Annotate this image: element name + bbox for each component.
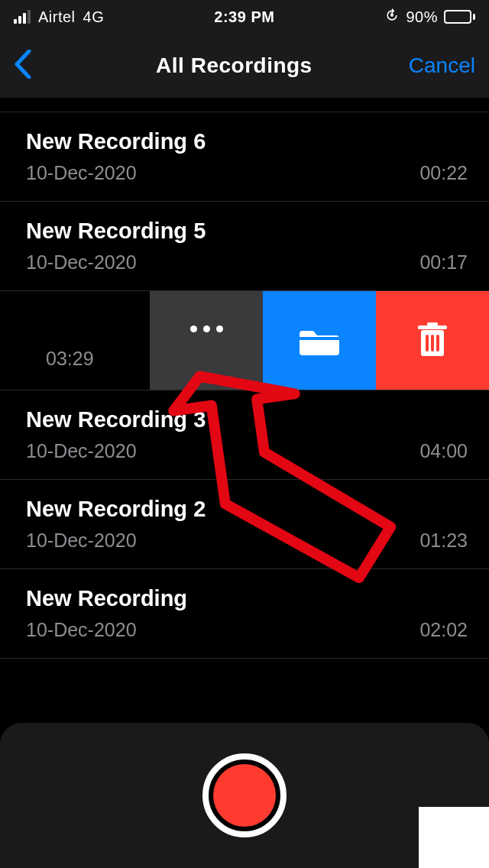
folder-icon: [300, 325, 339, 357]
recording-date: 10-Dec-2020: [26, 162, 137, 184]
svg-rect-0: [391, 13, 393, 16]
svg-rect-1: [300, 337, 339, 340]
status-right: 90%: [384, 8, 475, 27]
clock: 2:39 PM: [214, 8, 274, 26]
battery-icon: [444, 10, 475, 24]
recording-duration: 03:29: [0, 291, 150, 390]
recording-duration: 00:22: [419, 162, 468, 184]
svg-rect-5: [426, 335, 429, 351]
status-bar: Airtel 4G 2:39 PM 90%: [0, 0, 489, 34]
recording-date: 10-Dec-2020: [26, 530, 137, 552]
record-button[interactable]: [202, 753, 287, 837]
recording-title: New Recording 6: [26, 129, 468, 154]
recording-duration: 04:00: [419, 440, 468, 462]
back-button[interactable]: [14, 50, 60, 82]
recording-date: 10-Dec-2020: [26, 251, 137, 274]
list-item[interactable]: New Recording 5 10-Dec-2020 00:17: [0, 202, 489, 291]
nav-bar: All Recordings Cancel: [0, 34, 489, 98]
signal-icon: [14, 10, 31, 24]
chevron-left-icon: [14, 50, 32, 79]
recording-duration: 01:23: [419, 530, 468, 552]
network-label: 4G: [83, 8, 105, 26]
recording-title: New Recording: [26, 586, 468, 611]
recordings-list: New Recording 6 10-Dec-2020 00:22 New Re…: [0, 98, 489, 659]
list-item[interactable]: New Recording 2 10-Dec-2020 01:23: [0, 480, 489, 569]
status-left: Airtel 4G: [14, 8, 104, 26]
list-item[interactable]: New Recording 3 10-Dec-2020 04:00: [0, 390, 489, 480]
move-to-folder-button[interactable]: [263, 291, 376, 390]
white-overlay: [419, 807, 489, 868]
ellipsis-icon: [190, 326, 223, 332]
recording-duration: 02:02: [419, 619, 468, 641]
list-item[interactable]: New Recording 6 10-Dec-2020 00:22: [0, 112, 489, 202]
cancel-button[interactable]: Cancel: [409, 53, 475, 78]
recording-title: New Recording 2: [26, 497, 468, 522]
list-item-swiped[interactable]: 03:29: [0, 291, 489, 390]
carrier-label: Airtel: [38, 8, 76, 26]
record-icon: [213, 764, 276, 827]
battery-pct: 90%: [406, 8, 438, 26]
trash-icon: [416, 322, 449, 359]
recording-duration: 00:17: [419, 251, 468, 274]
svg-rect-6: [431, 335, 434, 351]
recording-date: 10-Dec-2020: [26, 440, 137, 462]
record-footer: [0, 723, 489, 868]
svg-rect-7: [436, 335, 439, 351]
more-actions-button[interactable]: [150, 291, 263, 390]
recording-date: 10-Dec-2020: [26, 619, 137, 641]
rotation-lock-icon: [384, 8, 400, 27]
page-title: All Recordings: [156, 53, 313, 78]
delete-button[interactable]: [376, 291, 489, 390]
recording-title: New Recording 3: [26, 407, 468, 432]
recording-title: New Recording 5: [26, 219, 468, 244]
svg-rect-4: [427, 322, 438, 326]
list-item[interactable]: New Recording 10-Dec-2020 02:02: [0, 569, 489, 659]
list-item[interactable]: [0, 98, 489, 112]
